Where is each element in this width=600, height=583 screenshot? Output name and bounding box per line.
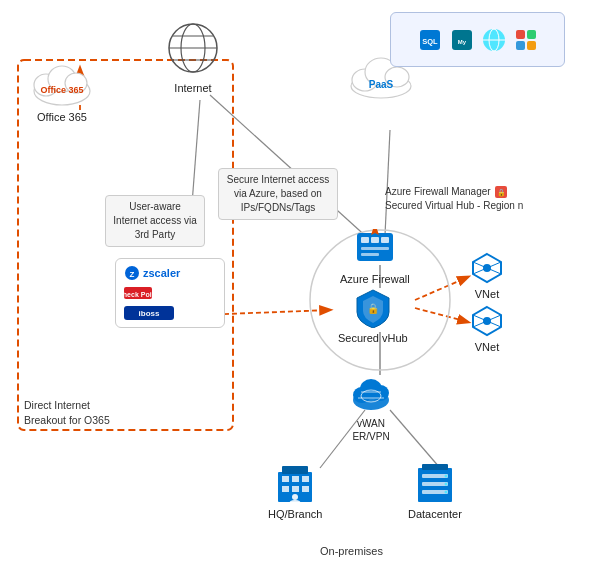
svg-rect-46	[361, 253, 379, 256]
direct-breakout-label: Direct Internet Breakout for O365	[24, 398, 124, 427]
sql-icon: SQL	[416, 26, 444, 54]
zscaler-icon: Z	[124, 265, 140, 281]
svg-text:PaaS: PaaS	[369, 79, 394, 90]
internet-node: Internet	[163, 18, 223, 95]
zscaler-logo: Z zscaler	[124, 265, 216, 281]
svg-line-3	[385, 130, 390, 235]
svg-line-8	[415, 277, 468, 300]
svg-rect-70	[282, 476, 289, 482]
iboss-logo: iboss	[124, 305, 216, 321]
svg-rect-71	[292, 476, 299, 482]
svg-rect-78	[422, 464, 448, 470]
datacenter-label: Datacenter	[408, 507, 462, 521]
svg-text:iboss: iboss	[139, 309, 160, 318]
vnet2-icon	[468, 305, 506, 337]
afm-line1: Azure Firewall Manager 🔒	[385, 185, 523, 199]
hq-branch-label: HQ/Branch	[268, 507, 322, 521]
svg-rect-75	[302, 486, 309, 492]
svg-rect-38	[527, 41, 536, 50]
apps-service-icon	[512, 26, 540, 54]
svg-rect-44	[381, 237, 389, 243]
svg-rect-74	[292, 486, 299, 492]
svg-text:🔒: 🔒	[367, 302, 380, 315]
datacenter-icon	[410, 462, 460, 504]
secure-internet-label: Secure Internet accessvia Azure, based o…	[218, 168, 338, 220]
secured-vhub-node: 🔒 Secured vHub	[338, 288, 408, 345]
svg-rect-36	[527, 30, 536, 39]
office365-node: Office 365 Office 365	[28, 55, 96, 124]
svg-point-84	[444, 491, 447, 494]
checkpoint-logo: Check Point	[124, 285, 216, 301]
svg-rect-79	[422, 474, 448, 478]
vwan-label: vWANER/VPN	[352, 417, 389, 443]
svg-point-83	[444, 483, 447, 486]
user-aware-label: User-aware Internet access via 3rd Party	[105, 195, 205, 247]
svg-line-7	[390, 410, 440, 468]
svg-rect-80	[422, 482, 448, 486]
datacenter-node: Datacenter	[408, 462, 462, 521]
checkpoint-icon: Check Point	[124, 285, 152, 301]
vwan-node: vWANER/VPN	[348, 372, 394, 443]
azure-firewall-node: Azure Firewall	[340, 225, 410, 286]
vnet1-icon	[468, 252, 506, 284]
svg-rect-43	[371, 237, 379, 243]
hq-branch-icon	[270, 462, 320, 504]
svg-rect-45	[361, 247, 389, 250]
vnet2-label: VNet	[475, 340, 499, 354]
svg-point-82	[444, 475, 447, 478]
svg-text:Z: Z	[130, 270, 135, 279]
svg-point-76	[292, 494, 298, 500]
office365-icon: Office 365	[28, 55, 96, 107]
vnet2-node: VNet	[468, 305, 506, 354]
svg-rect-37	[516, 41, 525, 50]
svg-line-9	[415, 308, 468, 322]
globe-service-icon	[480, 26, 508, 54]
paas-services-box: SQL My	[390, 12, 565, 67]
vwan-icon	[348, 372, 394, 414]
internet-globe-icon	[163, 18, 223, 78]
azure-firewall-label: Azure Firewall	[340, 272, 410, 286]
third-party-box: Z zscaler Check Point iboss	[115, 258, 225, 328]
hq-branch-node: HQ/Branch	[268, 462, 322, 521]
office365-label: Office 365	[37, 110, 87, 124]
svg-text:My: My	[457, 39, 466, 45]
internet-label: Internet	[174, 81, 211, 95]
svg-text:Check Point: Check Point	[124, 291, 152, 298]
svg-rect-81	[422, 490, 448, 494]
svg-rect-69	[282, 466, 308, 474]
vnet1-label: VNet	[475, 287, 499, 301]
secured-vhub-icon: 🔒	[351, 288, 395, 328]
svg-text:SQL: SQL	[422, 37, 438, 46]
svg-rect-35	[516, 30, 525, 39]
azure-firewall-manager-label: Azure Firewall Manager 🔒 Secured Virtual…	[385, 185, 523, 213]
svg-rect-72	[302, 476, 309, 482]
vnet1-node: VNet	[468, 252, 506, 301]
architecture-diagram: Office 365 Office 365 Internet PaaS SQL	[0, 0, 600, 583]
azure-firewall-icon	[351, 225, 399, 269]
iboss-icon: iboss	[124, 305, 174, 321]
svg-text:Office 365: Office 365	[40, 85, 83, 95]
secured-vhub-label: Secured vHub	[338, 331, 408, 345]
firewall-manager-icon: 🔒	[494, 185, 508, 199]
svg-rect-42	[361, 237, 369, 243]
svg-text:🔒: 🔒	[496, 188, 505, 197]
mysql-icon: My	[448, 26, 476, 54]
on-premises-label: On-premises	[320, 545, 383, 557]
svg-rect-73	[282, 486, 289, 492]
afm-line2: Secured Virtual Hub - Region n	[385, 199, 523, 213]
